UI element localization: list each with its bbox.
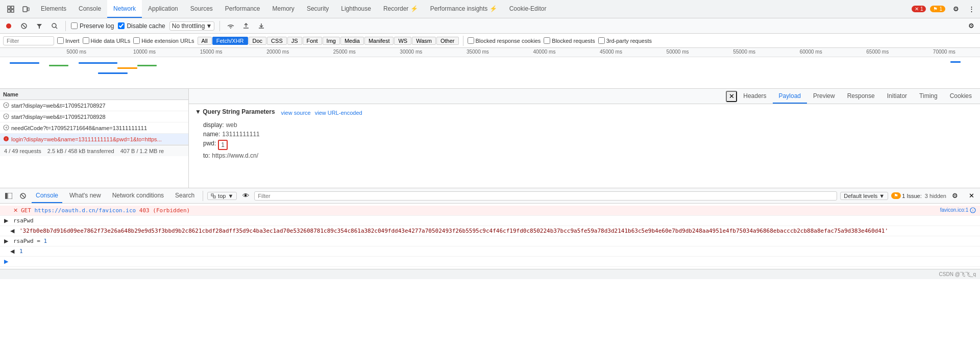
filter-type-btn-font[interactable]: Font bbox=[303, 37, 322, 45]
filter-type-btn-css[interactable]: CSS bbox=[267, 37, 287, 45]
console-tab-search[interactable]: Search bbox=[171, 188, 199, 203]
console-close-btn[interactable]: ✕ bbox=[966, 190, 977, 202]
blocked-requests-label[interactable]: Blocked requests bbox=[544, 37, 595, 44]
section-title[interactable]: ▼ Query String Parameters bbox=[195, 108, 275, 115]
record-stop-btn[interactable] bbox=[3, 20, 14, 32]
clear-btn[interactable] bbox=[18, 20, 30, 32]
third-party-checkbox[interactable] bbox=[598, 37, 605, 44]
filter-type-btn-media[interactable]: Media bbox=[340, 37, 364, 45]
filter-type-btn-ws[interactable]: WS bbox=[394, 37, 411, 45]
preserve-log-label[interactable]: Preserve log bbox=[71, 22, 114, 30]
request-name: needGtCode?t=1709521716648&name=13111111… bbox=[11, 125, 147, 131]
detail-tab-timing[interactable]: Timing bbox=[913, 89, 944, 104]
svg-point-10 bbox=[52, 23, 56, 28]
context-selector[interactable]: top ▼ bbox=[207, 192, 237, 200]
detail-close-btn[interactable]: ✕ bbox=[726, 91, 737, 102]
request-row[interactable]: start?display=web&t=1709521708927 bbox=[0, 100, 188, 111]
tab-cookie-editor[interactable]: Cookie-Editor bbox=[503, 0, 553, 18]
console-settings-icon[interactable]: ⚙ bbox=[949, 190, 961, 202]
console-tab-network-conditions[interactable]: Network conditions bbox=[108, 188, 168, 203]
filter-type-btn-wasm[interactable]: Wasm bbox=[412, 37, 436, 45]
console-clear-icon[interactable] bbox=[17, 190, 29, 202]
blocked-requests-checkbox[interactable] bbox=[544, 37, 550, 44]
detail-tab-cookies[interactable]: Cookies bbox=[944, 89, 978, 104]
filter-type-btn-doc[interactable]: Doc bbox=[249, 37, 267, 45]
inspect-icon[interactable] bbox=[4, 3, 17, 16]
filter-type-btn-js[interactable]: JS bbox=[287, 37, 302, 45]
disable-cache-checkbox[interactable] bbox=[118, 22, 125, 29]
blocked-response-label[interactable]: Blocked response cookies bbox=[468, 37, 541, 44]
error-link[interactable]: https://oauth.d.cn/favicon.ico bbox=[35, 207, 136, 214]
view-source-link[interactable]: view source bbox=[281, 110, 311, 116]
filter-type-btn-img[interactable]: Img bbox=[323, 37, 340, 45]
upload-icon[interactable] bbox=[240, 20, 252, 32]
console-eye-icon[interactable]: 👁 bbox=[240, 190, 251, 202]
tab-sources[interactable]: Sources bbox=[184, 0, 219, 18]
throttle-select[interactable]: No throttling ▼ bbox=[169, 21, 215, 31]
console-tab-whatsnew[interactable]: What's new bbox=[65, 188, 105, 203]
console-sidebar-icon[interactable] bbox=[3, 190, 14, 202]
tab-performance-insights[interactable]: Performance insights ⚡ bbox=[424, 0, 503, 18]
toolbar-divider2 bbox=[219, 21, 220, 31]
device-mode-icon[interactable] bbox=[19, 3, 33, 16]
detail-tab-payload[interactable]: Payload bbox=[773, 89, 807, 104]
disable-cache-label[interactable]: Disable cache bbox=[118, 22, 165, 30]
filter-input[interactable] bbox=[3, 36, 54, 45]
hide-data-urls-label[interactable]: Hide data URLs bbox=[83, 37, 131, 44]
timeline-mark: 55000 ms bbox=[733, 49, 755, 55]
tab-security[interactable]: Security bbox=[301, 0, 335, 18]
invert-checkbox[interactable] bbox=[57, 37, 64, 44]
console-prompt-row: ▶ bbox=[0, 257, 980, 267]
request-row[interactable]: start?display=web&t=1709521708928 bbox=[0, 111, 188, 122]
filter-type-btn-fetch/xhr[interactable]: Fetch/XHR bbox=[212, 37, 248, 45]
tab-recorder[interactable]: Recorder ⚡ bbox=[377, 0, 424, 18]
console-tab-console[interactable]: Console bbox=[32, 188, 62, 203]
tab-network[interactable]: Network bbox=[107, 0, 142, 18]
filter-bar: Invert Hide data URLs Hide extension URL… bbox=[0, 34, 980, 48]
more-options-icon[interactable]: ⋮ bbox=[965, 3, 978, 16]
download-icon[interactable] bbox=[256, 20, 267, 32]
console-divider bbox=[203, 191, 203, 201]
console-body: ✕ GET https://oauth.d.cn/favicon.ico 403… bbox=[0, 204, 980, 269]
tab-console[interactable]: Console bbox=[72, 0, 107, 18]
request-icon bbox=[3, 102, 9, 109]
wifi-icon[interactable] bbox=[225, 20, 236, 32]
hide-extension-urls-label[interactable]: Hide extension URLs bbox=[133, 37, 194, 44]
console-right-controls: Default levels ▼ ⚑ 1 Issue: 3 hidden ⚙ bbox=[840, 190, 961, 202]
tab-memory[interactable]: Memory bbox=[266, 0, 301, 18]
tab-performance[interactable]: Performance bbox=[219, 0, 266, 18]
console-filter-input[interactable] bbox=[254, 191, 837, 201]
tab-lighthouse[interactable]: Lighthouse bbox=[335, 0, 377, 18]
request-row[interactable]: !login?display=web&name=13111111111&pwd=… bbox=[0, 134, 188, 145]
preserve-log-checkbox[interactable] bbox=[71, 22, 78, 29]
settings-icon[interactable]: ⚙ bbox=[949, 3, 963, 16]
level-select[interactable]: Default levels ▼ bbox=[840, 192, 888, 200]
tab-application[interactable]: Application bbox=[142, 0, 184, 18]
third-party-label[interactable]: 3rd-party requests bbox=[598, 37, 652, 44]
detail-tab-response[interactable]: Response bbox=[841, 89, 881, 104]
request-name: start?display=web&t=1709521708928 bbox=[11, 114, 106, 120]
view-url-encoded-link[interactable]: view URL-encoded bbox=[315, 110, 362, 116]
console-expand-arrow2[interactable]: ▶ bbox=[4, 238, 10, 244]
detail-tab-preview[interactable]: Preview bbox=[807, 89, 841, 104]
invert-label[interactable]: Invert bbox=[57, 37, 80, 44]
detail-tab-headers[interactable]: Headers bbox=[737, 89, 772, 104]
timeline-mark: 25000 ms bbox=[333, 49, 356, 55]
search-icon[interactable] bbox=[49, 20, 60, 32]
svg-rect-18 bbox=[8, 193, 12, 199]
hide-data-urls-checkbox[interactable] bbox=[83, 37, 89, 44]
filter-icon[interactable] bbox=[34, 20, 45, 32]
detail-tab-initiator[interactable]: Initiator bbox=[881, 89, 913, 104]
network-settings-icon[interactable]: ⚙ bbox=[966, 20, 977, 32]
filter-type-btn-manifest[interactable]: Manifest bbox=[364, 37, 394, 45]
filter-type-btn-other[interactable]: Other bbox=[436, 37, 459, 45]
timeline-mark: 50000 ms bbox=[667, 49, 689, 55]
request-row[interactable]: needGtCode?t=1709521716648&name=13111111… bbox=[0, 122, 188, 134]
blocked-response-checkbox[interactable] bbox=[468, 37, 474, 44]
console-expand-arrow[interactable]: ▶ bbox=[4, 217, 10, 224]
hidden-count: 3 hidden bbox=[925, 193, 946, 199]
hide-extension-urls-checkbox[interactable] bbox=[133, 37, 140, 44]
tab-elements[interactable]: Elements bbox=[35, 0, 72, 18]
error-source-link[interactable]: favicon.ico:1 i bbox=[940, 207, 976, 213]
filter-type-btn-all[interactable]: All bbox=[198, 37, 212, 45]
